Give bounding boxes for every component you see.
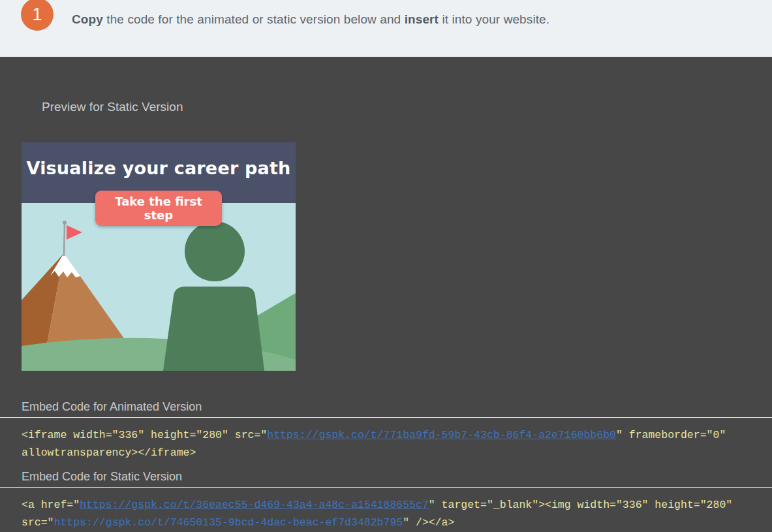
code-line: allowtransparency></iframe> [22,444,759,462]
instruction-bar: 1 Copy the code for the animated or stat… [0,0,772,57]
step-number-badge: 1 [21,0,54,31]
code-line: src="https://gspk.co/t/74650135-9bcd-4da… [22,514,759,531]
code-text: " /></a> [403,516,454,529]
take-first-step-button[interactable]: Take the first step [95,191,222,226]
instruction-segment: the code for the animated or static vers… [103,12,405,26]
code-text: " frameborder="0" [616,429,726,441]
static-embed-heading: Embed Code for Static Version [0,470,772,484]
embed-url-link[interactable]: https://gspk.co/t/74650135-9bcd-4dac-bea… [54,516,403,529]
animated-embed-heading: Embed Code for Animated Version [0,400,772,414]
code-line: <iframe width="336" height="280" src="ht… [22,426,759,444]
code-text: " target="_blank"><img width="336" heigh… [429,499,732,511]
code-text: <iframe width="336" height="280" src=" [22,429,267,441]
preview-section-title: Preview for Static Version [0,57,772,114]
static-preview-card: Visualize your career path Take the firs… [22,142,296,371]
instruction-text: Copy the code for the animated or static… [72,12,549,27]
card-title: Visualize your career path [22,158,296,178]
code-text: <a href=" [22,499,80,511]
instruction-segment: Copy [72,12,103,26]
static-embed-code[interactable]: <a href="https://gspk.co/t/36eaec55-d469… [0,488,772,532]
embed-panel: Preview for Static Version [0,57,772,532]
code-text: src=" [22,516,54,529]
embed-url-link[interactable]: https://gspk.co/t/36eaec55-d469-43a4-a48… [80,499,429,511]
embed-url-link[interactable]: https://gspk.co/t/771ba9fd-59b7-43cb-86f… [267,429,616,441]
animated-embed-code[interactable]: <iframe width="336" height="280" src="ht… [0,418,772,470]
instruction-segment: it into your website. [439,12,549,26]
code-line: <a href="https://gspk.co/t/36eaec55-d469… [22,496,759,514]
step-number: 1 [32,5,42,25]
code-text: allowtransparency></iframe> [22,446,196,459]
instruction-segment: insert [405,12,439,26]
